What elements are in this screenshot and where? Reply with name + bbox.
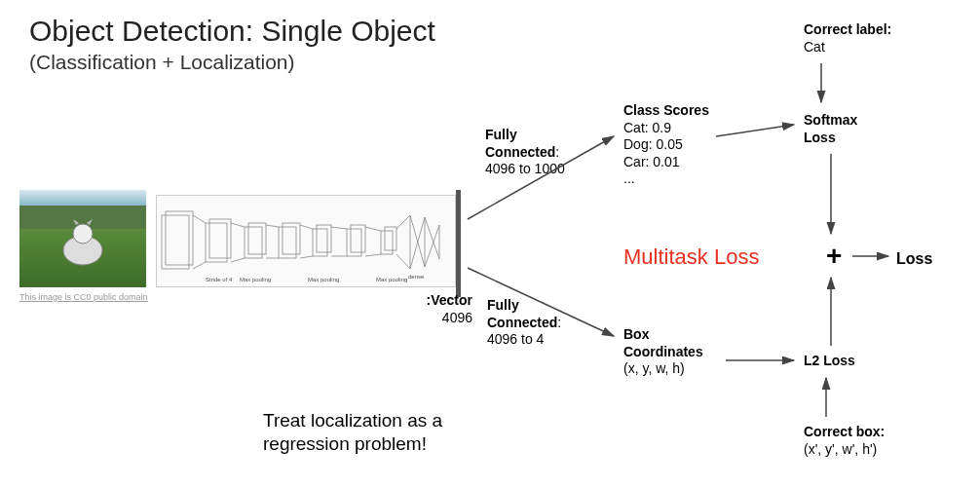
correct-box-value: (x', y', w', h') [804, 441, 877, 457]
input-image-placeholder [19, 190, 146, 287]
svg-rect-6 [206, 223, 227, 262]
correct-label-header: Correct label: [804, 21, 891, 37]
attribution-license-link[interactable]: CC0 public domain [74, 292, 148, 302]
fc1-label-bold: Fully Connected [485, 127, 555, 160]
svg-line-21 [193, 215, 206, 223]
svg-line-33 [396, 215, 410, 229]
svg-rect-7 [209, 219, 231, 258]
multitask-loss-label: Multitask Loss [623, 244, 759, 271]
class-score-1: Cat: 0.9 [623, 120, 671, 135]
svg-line-34 [396, 254, 410, 269]
svg-text:dense: dense [408, 274, 425, 280]
svg-rect-11 [283, 223, 300, 254]
svg-line-32 [365, 254, 381, 256]
svg-rect-10 [279, 227, 296, 258]
note-line-1: Treat localization as a [263, 410, 442, 431]
box-header-2: Coordinates [623, 344, 703, 359]
box-header-1: Box [623, 326, 649, 342]
svg-marker-3 [87, 219, 93, 225]
softmax-1: Softmax [804, 112, 857, 128]
svg-line-46 [716, 125, 794, 136]
svg-line-31 [365, 227, 381, 231]
class-score-3: Car: 0.01 [623, 154, 680, 169]
cnn-architecture-diagram: Stride of 4 Max pooling Max pooling Max … [156, 195, 456, 287]
fc2-label-bold: Fully Connected [487, 297, 557, 330]
svg-line-28 [300, 256, 313, 258]
class-score-2: Dog: 0.05 [623, 136, 683, 152]
plus-symbol: + [826, 241, 842, 272]
loss-label: Loss [896, 249, 932, 269]
box-coords-value: (x, y, w, h) [623, 360, 685, 376]
svg-text:Stride of 4: Stride of 4 [206, 277, 233, 282]
vector-dim: 4096 [442, 310, 472, 325]
svg-rect-8 [245, 227, 262, 258]
attribution-sep: is [62, 292, 74, 302]
svg-line-25 [266, 225, 279, 227]
svg-line-35 [410, 215, 425, 267]
softmax-2: Loss [804, 130, 836, 145]
svg-line-22 [193, 262, 206, 269]
svg-rect-9 [248, 223, 266, 254]
svg-text:Max pooling: Max pooling [240, 277, 271, 282]
svg-text:Max pooling: Max pooling [376, 277, 407, 282]
vector-label: Vector: [427, 292, 472, 308]
class-scores-header: Class Scores [623, 102, 709, 118]
svg-text:Max pooling: Max pooling [308, 277, 339, 282]
svg-line-38 [425, 225, 439, 267]
correct-label-value: Cat [804, 39, 825, 55]
svg-line-24 [231, 258, 245, 262]
svg-marker-2 [73, 219, 79, 225]
slide-title: Object Detection: Single Object [29, 15, 435, 48]
svg-line-29 [331, 227, 347, 229]
class-score-more: ... [623, 170, 635, 186]
slide-subtitle: (Classification + Localization) [29, 51, 295, 74]
svg-line-37 [425, 217, 439, 259]
svg-point-1 [73, 224, 93, 244]
svg-line-27 [300, 225, 313, 229]
correct-box-header: Correct box: [804, 424, 885, 439]
l2-loss-label: L2 Loss [804, 353, 855, 370]
feature-vector-bar [456, 190, 461, 297]
svg-line-36 [410, 217, 425, 269]
svg-line-23 [231, 223, 245, 227]
note-line-2: regression problem! [263, 433, 427, 454]
attribution-link[interactable]: This image [19, 292, 62, 302]
image-attribution[interactable]: This image is CC0 public domain [19, 292, 148, 302]
